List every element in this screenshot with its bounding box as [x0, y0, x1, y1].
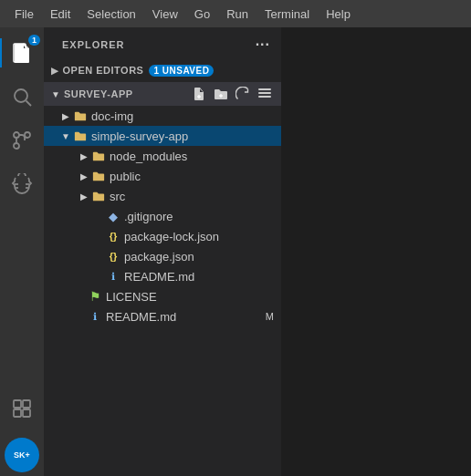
tree-item-readme-outer[interactable]: ℹ README.md M: [44, 306, 281, 326]
avatar-label: SK+: [14, 450, 30, 460]
svg-point-4: [14, 143, 19, 149]
files-badge: 1: [28, 35, 40, 46]
doc-img-folder-icon: [73, 109, 88, 123]
survey-app-actions: [190, 85, 274, 103]
sidebar-more-button[interactable]: ···: [256, 36, 270, 53]
gitignore-chevron-spacer: [91, 209, 106, 223]
node-modules-label: node_modules: [110, 150, 187, 163]
activity-extensions[interactable]: [0, 387, 44, 430]
activity-source-control[interactable]: [0, 119, 44, 162]
activity-files[interactable]: 1: [0, 31, 44, 75]
doc-img-chevron: ▶: [58, 109, 73, 123]
tree-item-readme-inner[interactable]: ℹ README.md: [44, 266, 281, 286]
src-folder-icon: [91, 189, 106, 203]
package-lock-icon: {}: [106, 229, 120, 243]
package-json-chevron-spacer: [91, 249, 106, 264]
readme-outer-icon: ℹ: [88, 309, 102, 324]
modified-indicator: M: [266, 311, 274, 322]
open-editors-chevron: ▶: [51, 66, 59, 76]
license-label: LICENSE: [106, 290, 157, 304]
package-lock-chevron-spacer: [91, 229, 106, 243]
src-chevron: ▶: [77, 189, 91, 203]
node-modules-folder-icon: [91, 149, 106, 163]
svg-point-3: [14, 132, 19, 138]
file-tree: ▶ doc-img ▼ simple-survey-app ▶: [44, 106, 281, 476]
license-chevron-spacer: [73, 289, 88, 304]
editor-area: [281, 27, 471, 476]
svg-point-1: [15, 89, 27, 102]
svg-rect-10: [14, 400, 21, 408]
main-layout: 1: [0, 27, 471, 476]
refresh-button[interactable]: [234, 85, 252, 103]
svg-point-5: [25, 132, 30, 138]
public-label: public: [110, 170, 141, 183]
new-folder-button[interactable]: [212, 85, 230, 103]
menu-help[interactable]: Help: [319, 4, 358, 25]
readme-inner-label: README.md: [124, 270, 194, 284]
sidebar: EXPLORER ··· ▶ OPEN EDITORS 1 UNSAVED ▼ …: [44, 27, 281, 476]
package-lock-label: package-lock.json: [124, 230, 219, 243]
svg-rect-20: [258, 88, 271, 90]
menu-go[interactable]: Go: [187, 4, 217, 25]
menu-terminal[interactable]: Terminal: [257, 4, 317, 25]
svg-rect-11: [23, 400, 30, 408]
menu-file[interactable]: File: [7, 4, 41, 25]
open-editors-section[interactable]: ▶ OPEN EDITORS 1 UNSAVED: [44, 58, 281, 82]
activity-bar: 1: [0, 27, 44, 476]
open-editors-label: OPEN EDITORS: [63, 65, 144, 76]
explorer-title: EXPLORER ···: [44, 27, 281, 58]
doc-img-label: doc-img: [91, 109, 133, 123]
new-file-button[interactable]: [190, 85, 208, 103]
node-modules-chevron: ▶: [77, 149, 91, 163]
license-icon: ⚑: [88, 289, 102, 304]
package-json-icon: {}: [106, 249, 120, 264]
tree-item-simple-survey-app[interactable]: ▼ simple-survey-app: [44, 126, 281, 146]
src-label: src: [110, 190, 125, 203]
svg-rect-19: [258, 96, 271, 98]
tree-item-node-modules[interactable]: ▶ node_modules: [44, 146, 281, 166]
simple-survey-app-label: simple-survey-app: [91, 129, 188, 143]
tree-item-license[interactable]: ⚑ LICENSE: [44, 286, 281, 306]
gitignore-icon: ◆: [106, 209, 120, 223]
tree-item-package-json[interactable]: {} package.json: [44, 246, 281, 266]
tree-item-src[interactable]: ▶ src: [44, 186, 281, 206]
readme-inner-chevron-spacer: [91, 269, 106, 284]
svg-rect-18: [258, 92, 271, 94]
readme-inner-icon: ℹ: [106, 269, 120, 284]
menu-run[interactable]: Run: [219, 4, 256, 25]
activity-avatar[interactable]: SK+: [5, 438, 39, 472]
menu-view[interactable]: View: [145, 4, 185, 25]
simple-survey-app-chevron: ▼: [58, 129, 73, 143]
sidebar-title-actions: ···: [256, 36, 270, 53]
tree-item-doc-img[interactable]: ▶ doc-img: [44, 106, 281, 126]
gitignore-label: .gitignore: [124, 210, 173, 223]
unsaved-badge: 1 UNSAVED: [149, 65, 214, 77]
survey-app-chevron: ▼: [51, 89, 60, 99]
svg-line-2: [26, 101, 32, 107]
survey-app-section[interactable]: ▼ SURVEY-APP: [44, 82, 281, 106]
activity-search[interactable]: [0, 75, 44, 119]
readme-outer-label: README.md: [106, 310, 176, 324]
tree-item-package-lock[interactable]: {} package-lock.json: [44, 226, 281, 246]
menu-selection[interactable]: Selection: [79, 4, 142, 25]
svg-rect-12: [14, 409, 21, 417]
survey-app-label: SURVEY-APP: [64, 88, 133, 99]
menu-bar: File Edit Selection View Go Run Terminal…: [0, 0, 471, 27]
readme-outer-chevron-spacer: [73, 309, 88, 324]
tree-item-gitignore[interactable]: ◆ .gitignore: [44, 206, 281, 226]
public-folder-icon: [91, 169, 106, 183]
explorer-title-label: EXPLORER: [62, 39, 125, 50]
menu-edit[interactable]: Edit: [43, 4, 78, 25]
collapse-all-button[interactable]: [256, 85, 274, 103]
svg-rect-13: [23, 409, 30, 417]
package-json-label: package.json: [124, 250, 194, 264]
simple-survey-app-folder-icon: [73, 129, 88, 143]
tree-item-public[interactable]: ▶ public: [44, 166, 281, 186]
public-chevron: ▶: [77, 169, 91, 183]
activity-debug[interactable]: [0, 162, 44, 206]
